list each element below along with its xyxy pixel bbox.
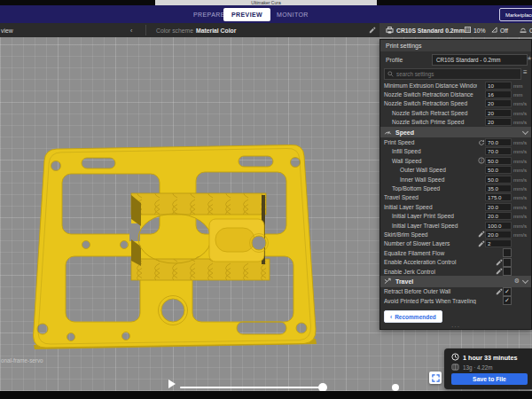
setting-checkbox[interactable]: [503, 258, 512, 267]
setting-value-input[interactable]: 50.0: [485, 176, 512, 184]
profile-dropdown[interactable]: CR10S Standard - 0.2mm: [432, 54, 528, 66]
setting-unit: mm/s: [512, 167, 528, 173]
pencil-icon[interactable]: [495, 288, 503, 295]
sliced-model-3d[interactable]: [22, 135, 324, 352]
print-settings-panel: Print settings Profile CR10S Standard - …: [379, 39, 532, 330]
panel-drag-handle[interactable]: ···: [380, 325, 531, 329]
pencil-icon[interactable]: [477, 240, 485, 247]
setting-label: Outer Wall Speed: [384, 167, 477, 173]
play-button[interactable]: [168, 379, 176, 388]
setting-value-input[interactable]: 175.0: [485, 193, 512, 201]
search-icon: [387, 71, 394, 78]
setting-label: Travel Speed: [384, 194, 477, 200]
tab-monitor[interactable]: MONITOR: [277, 5, 309, 23]
setting-label: Nozzle Switch Retraction Speed: [384, 100, 477, 106]
setting-value-input[interactable]: 20: [485, 109, 512, 117]
material-usage-value: 13g · 4.22m: [463, 364, 493, 371]
setting-label: Skirt/Brim Speed: [384, 231, 477, 238]
simulation-slider-track[interactable]: [180, 387, 324, 388]
main-header: PREPARE PREVIEW MONITOR Marketplace: [0, 5, 532, 23]
fx-icon[interactable]: f: [477, 157, 485, 164]
chevron-left-icon: ‹: [390, 314, 392, 320]
setting-value-input[interactable]: 50.0: [485, 166, 512, 174]
collapse-chevron-icon[interactable]: ‹: [130, 23, 132, 37]
setting-checkbox[interactable]: [503, 267, 512, 276]
setting-row: Initial Layer Print Speed20.0 mm/s: [380, 211, 531, 220]
setting-value-input[interactable]: 20.0: [485, 203, 512, 211]
search-input[interactable]: search settings: [384, 68, 521, 80]
setting-value-input[interactable]: 16: [485, 90, 512, 98]
setting-row: Nozzle Switch Retraction Speed20 mm/s: [380, 99, 531, 108]
section-header-speed[interactable]: Speed: [380, 127, 531, 137]
setting-row: Enable Acceleration Control: [380, 257, 531, 266]
setting-checkbox[interactable]: ✓: [503, 296, 512, 305]
recommended-button[interactable]: ‹ Recommended: [384, 310, 442, 323]
support-value: Off: [500, 27, 508, 34]
simulation-slider-end-handle[interactable]: [392, 384, 399, 391]
setting-checkbox[interactable]: [503, 248, 512, 257]
setting-value-input[interactable]: 70.0: [485, 138, 512, 146]
clock-icon: [451, 353, 459, 363]
pencil-icon[interactable]: [495, 259, 503, 266]
setting-value-input[interactable]: 100.0: [485, 222, 512, 230]
setting-unit: mm/s: [512, 100, 528, 106]
setting-checkbox[interactable]: ✓: [503, 287, 512, 296]
tab-preview[interactable]: PREVIEW: [223, 8, 270, 21]
setting-unit: mm/s: [512, 148, 528, 154]
setting-row: Travel Speed175.0 mm/s: [380, 193, 531, 202]
configuration-bar: CR10S Standard 0.2mm 10% Off On: [379, 23, 532, 37]
printer-icon: [386, 27, 394, 35]
pencil-icon[interactable]: [495, 268, 503, 275]
reset-icon[interactable]: [477, 139, 485, 146]
edit-pencil-icon[interactable]: [369, 23, 376, 37]
marketplace-button[interactable]: Marketplace: [499, 8, 532, 21]
profile-label: Profile: [386, 57, 403, 63]
setting-label: Retract Before Outer Wall: [384, 288, 495, 294]
setting-row: Outer Wall Speed50.0 mm/s: [380, 166, 531, 175]
object-name-label[interactable]: onal-frame-servo: [1, 357, 43, 364]
setting-label: Enable Acceleration Control: [384, 259, 495, 265]
setting-label: Inner Wall Speed: [384, 176, 477, 183]
support-setting[interactable]: Off: [491, 23, 508, 37]
tab-prepare[interactable]: PREPARE: [193, 5, 225, 23]
setting-value-input[interactable]: 20: [485, 99, 512, 107]
setting-label: Initial Layer Travel Speed: [384, 223, 477, 229]
preview-stage-button[interactable]: [429, 372, 442, 384]
section-label: Travel: [395, 278, 511, 285]
setting-label: Print Speed: [384, 139, 477, 145]
setting-label: Equalize Filament Flow: [384, 250, 495, 256]
setting-unit: mm/s: [512, 119, 528, 125]
setting-row: Inner Wall Speed50.0 mm/s: [380, 175, 531, 184]
setting-value-input[interactable]: 50.0: [485, 157, 512, 165]
setting-value-input[interactable]: 35.0: [485, 184, 512, 192]
setting-value-input[interactable]: 10: [485, 82, 512, 90]
toolbar-divider: [145, 25, 146, 35]
setting-label: Minimum Extrusion Distance Window: [384, 82, 477, 89]
setting-unit: mm/s: [512, 204, 528, 210]
setting-value-input[interactable]: 20.0: [485, 212, 512, 220]
view-mode-label[interactable]: view: [1, 23, 13, 37]
setting-row: Nozzle Switch Prime Speed20 mm/s: [380, 118, 531, 127]
setting-row: Wall Speedf50.0 mm/s: [380, 156, 531, 165]
cura-app-window: Ultimaker Cura PREPARE PREVIEW MONITOR M…: [0, 0, 532, 399]
color-scheme-value[interactable]: Material Color: [196, 23, 236, 37]
setting-value-input[interactable]: 20: [485, 118, 512, 126]
save-to-file-button[interactable]: Save to File: [451, 373, 528, 385]
spool-icon: [451, 364, 459, 372]
setting-value-input[interactable]: 20.0: [485, 231, 512, 239]
infill-setting[interactable]: 10%: [465, 23, 486, 37]
favorite-star-icon[interactable]: ★: [527, 55, 532, 62]
pencil-icon[interactable]: [477, 231, 485, 238]
printer-selector[interactable]: CR10S Standard 0.2mm: [386, 23, 465, 37]
adhesion-setting[interactable]: On: [520, 23, 532, 37]
setting-value-input[interactable]: 70.0: [485, 147, 512, 155]
setting-value-input[interactable]: 2: [485, 239, 512, 247]
setting-unit: mm: [512, 91, 528, 98]
settings-menu-icon[interactable]: ≡: [523, 68, 528, 76]
setting-label: Enable Jerk Control: [384, 269, 495, 275]
section-header-travel[interactable]: Travel ⚙: [380, 276, 531, 286]
setting-row: Print Speed70.0 mm/s: [380, 137, 531, 146]
expand-stages-icon: [432, 370, 440, 386]
setting-label: Nozzle Switch Retract Speed: [384, 110, 477, 116]
setting-label: Avoid Printed Parts When Traveling: [384, 298, 495, 304]
